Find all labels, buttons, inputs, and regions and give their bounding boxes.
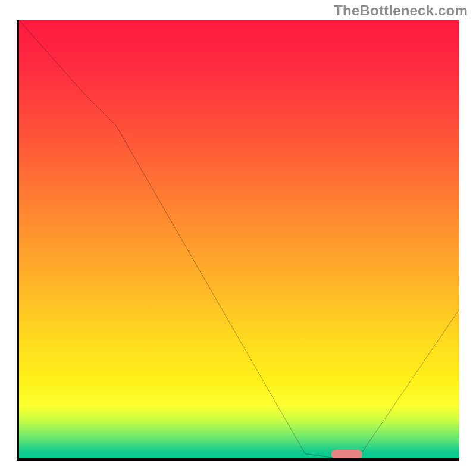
chart-container: TheBottleneck.com bbox=[0, 0, 476, 476]
optimal-range-marker bbox=[331, 450, 362, 459]
bottleneck-curve bbox=[19, 20, 459, 458]
plot-area bbox=[17, 20, 459, 461]
watermark-text: TheBottleneck.com bbox=[334, 2, 468, 19]
